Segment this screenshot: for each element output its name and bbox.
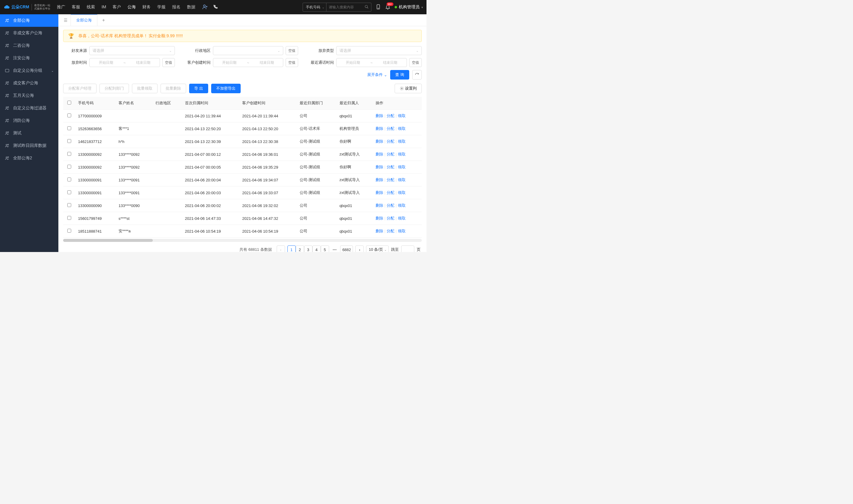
page-size-select[interactable]: 10 条/页 [366, 246, 389, 252]
page-number-button[interactable]: 2 [296, 246, 304, 252]
assign-link[interactable]: 分配 [386, 165, 394, 169]
select-all-checkbox[interactable] [67, 101, 71, 105]
tab-all-pool[interactable]: 全部公海 [71, 14, 97, 26]
nav-item[interactable]: 数据 [186, 3, 196, 11]
assign-link[interactable]: 分配 [386, 229, 394, 233]
assign-link[interactable]: 分配 [386, 203, 394, 208]
export-button[interactable]: 导 出 [189, 84, 208, 93]
delete-link[interactable]: 删除 [376, 203, 383, 208]
sidebar-item[interactable]: 非成交客户公海 [0, 27, 58, 39]
phone-icon[interactable] [213, 4, 218, 11]
claim-link[interactable]: 领取 [398, 113, 406, 118]
row-checkbox[interactable] [67, 165, 71, 168]
assign-link[interactable]: 分配 [386, 152, 394, 156]
claim-link[interactable]: 领取 [398, 165, 406, 169]
row-checkbox[interactable] [67, 203, 71, 207]
assign-link[interactable]: 分配 [386, 139, 394, 144]
page-number-button[interactable]: 4 [312, 246, 321, 252]
row-checkbox[interactable] [67, 216, 71, 220]
search-input[interactable] [326, 5, 362, 9]
assign-dept-button[interactable]: 分配到部门 [99, 84, 129, 93]
search-type-select[interactable]: 手机号码 [303, 3, 326, 11]
row-checkbox[interactable] [67, 152, 71, 156]
assign-manager-button[interactable]: 分配客户经理 [63, 84, 96, 93]
sidebar-item[interactable]: 自定义公海过滤器 [0, 102, 58, 114]
assign-link[interactable]: 分配 [386, 216, 394, 220]
sidebar-item[interactable]: 消防公海 [0, 114, 58, 127]
delete-link[interactable]: 删除 [376, 165, 383, 169]
assign-link[interactable]: 分配 [386, 178, 394, 182]
last-call-empty-button[interactable]: 空值 [409, 58, 422, 67]
row-checkbox[interactable] [67, 113, 71, 118]
sidebar-item[interactable]: 二咨公海 [0, 39, 58, 52]
tab-add-button[interactable]: + [97, 18, 110, 23]
assign-link[interactable]: 分配 [386, 126, 394, 131]
nav-item[interactable]: 报名 [171, 3, 181, 11]
last-page-button[interactable]: 6882 [340, 246, 353, 252]
delete-link[interactable]: 删除 [376, 113, 383, 118]
sidebar-item[interactable]: 自定义公海分组⌄ [0, 64, 58, 77]
nav-item[interactable]: 推广 [56, 3, 66, 11]
nav-item[interactable]: 客服 [71, 3, 81, 11]
region-select[interactable]: ⌄ [213, 46, 284, 55]
sidebar-item[interactable]: 全部公海 [0, 14, 58, 27]
delete-link[interactable]: 删除 [376, 178, 383, 182]
assign-link[interactable]: 分配 [386, 113, 394, 118]
claim-link[interactable]: 领取 [398, 126, 406, 131]
sidebar-item[interactable]: 测试 [0, 127, 58, 139]
claim-link[interactable]: 领取 [398, 216, 406, 220]
claim-link[interactable]: 领取 [398, 152, 406, 156]
nav-item[interactable]: IM [101, 3, 107, 11]
row-checkbox[interactable] [67, 178, 71, 181]
notification-bell-icon[interactable]: 99+ [385, 4, 391, 11]
region-empty-button[interactable]: 空值 [286, 46, 298, 55]
abandon-type-select[interactable]: 请选择⌄ [336, 46, 422, 55]
page-number-button[interactable]: 3 [304, 246, 312, 252]
delete-link[interactable]: 删除 [376, 152, 383, 156]
batch-delete-button[interactable]: 批量删除 [161, 84, 186, 93]
expand-filters-link[interactable]: 展开条件 ⌄ [367, 72, 387, 77]
last-call-range[interactable]: 开始日期~结束日期 [336, 58, 407, 67]
mobile-icon[interactable] [376, 4, 381, 11]
sidebar-item[interactable]: 注安公海 [0, 52, 58, 64]
tabs-toggle-icon[interactable]: ☰ [61, 18, 71, 23]
row-checkbox[interactable] [67, 229, 71, 233]
nav-item[interactable]: 客户 [112, 3, 122, 11]
abandon-time-range[interactable]: 开始日期~结束日期 [89, 58, 160, 67]
jump-page-input[interactable] [401, 246, 414, 252]
user-menu[interactable]: 机构管理员 ▾ [395, 4, 423, 10]
query-button[interactable]: 查 询 [390, 70, 409, 79]
assign-link[interactable]: 分配 [386, 190, 394, 195]
create-time-range[interactable]: 开始日期~结束日期 [213, 58, 284, 67]
nav-item[interactable]: 财务 [142, 3, 151, 11]
claim-link[interactable]: 领取 [398, 203, 406, 208]
nav-item[interactable]: 线索 [86, 3, 96, 11]
search-button[interactable] [362, 5, 371, 10]
sidebar-item[interactable]: 成交客户公海 [0, 77, 58, 89]
row-checkbox[interactable] [67, 190, 71, 194]
add-user-icon[interactable] [202, 4, 208, 11]
export-plain-button[interactable]: 不加密导出 [211, 84, 241, 93]
delete-link[interactable]: 删除 [376, 190, 383, 195]
friend-source-select[interactable]: 请选择⌄ [89, 46, 175, 55]
sidebar-item[interactable]: 测试昨日回库数据 [0, 139, 58, 152]
claim-link[interactable]: 领取 [398, 139, 406, 144]
delete-link[interactable]: 删除 [376, 139, 383, 144]
batch-claim-button[interactable]: 批量领取 [132, 84, 158, 93]
logo[interactable]: 云朵CRM 教育机构一站 式服务云平台 [4, 4, 50, 11]
claim-link[interactable]: 领取 [398, 178, 406, 182]
row-checkbox[interactable] [67, 126, 71, 130]
prev-page-button[interactable]: ‹ [277, 246, 285, 252]
claim-link[interactable]: 领取 [398, 190, 406, 195]
page-number-button[interactable]: 5 [321, 246, 329, 252]
delete-link[interactable]: 删除 [376, 216, 383, 220]
next-page-button[interactable]: › [355, 246, 364, 252]
nav-item[interactable]: 公海 [127, 3, 137, 11]
horizontal-scrollbar[interactable] [63, 239, 422, 242]
claim-link[interactable]: 领取 [398, 229, 406, 233]
row-checkbox[interactable] [67, 139, 71, 143]
create-time-empty-button[interactable]: 空值 [286, 58, 298, 67]
abandon-time-empty-button[interactable]: 空值 [162, 58, 175, 67]
refresh-button[interactable] [412, 70, 422, 79]
sidebar-item[interactable]: 五月天公海 [0, 89, 58, 102]
